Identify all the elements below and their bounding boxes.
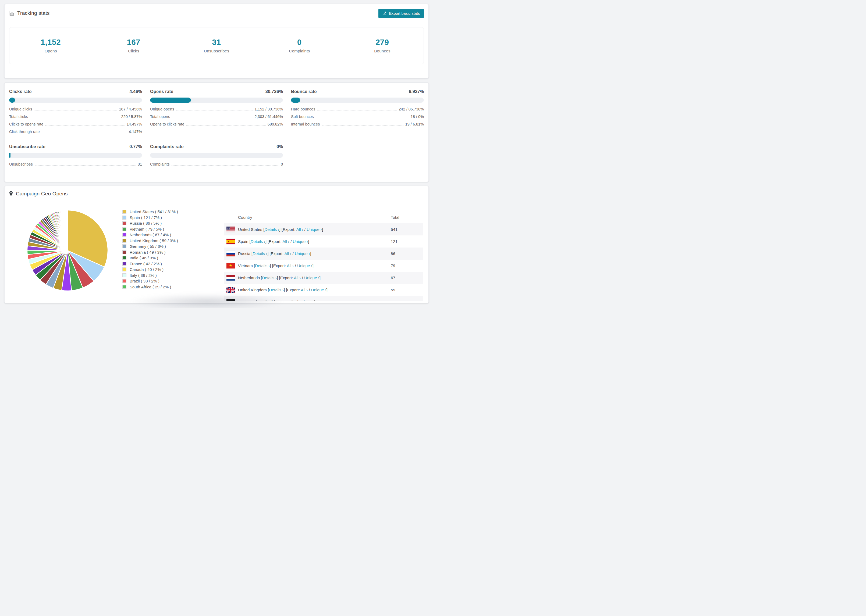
legend-label: Vietnam ( 79 / 5% ) [130, 227, 164, 231]
stat-value: 167 [127, 38, 140, 47]
legend-item-romania[interactable]: Romania ( 49 / 3% ) [122, 250, 178, 255]
stat-value: 279 [375, 38, 389, 47]
rate-head: Clicks rate4.46% [9, 89, 142, 94]
metric-value: 167 / 4.456% [119, 107, 142, 111]
legend-swatch [122, 285, 126, 289]
details-link[interactable]: Details › [269, 288, 284, 292]
country-cell: Vietnam [Details ›] [Export: All › / Uni… [227, 263, 391, 269]
legend-item-south-africa[interactable]: South Africa ( 29 / 2% ) [122, 284, 178, 290]
legend-item-france[interactable]: France ( 42 / 2% ) [122, 261, 178, 267]
flag-ru-icon [227, 251, 235, 256]
details-link[interactable]: Details › [251, 239, 265, 244]
dotted-leader [30, 118, 119, 118]
legend-label: Netherlands ( 67 / 4% ) [130, 233, 171, 237]
details-link[interactable]: Details › [255, 263, 270, 268]
metric-value: 220 / 5.87% [121, 115, 142, 119]
geo-table: Country Total United States [Details ›] … [224, 211, 423, 301]
export-unique-link[interactable]: Unique › [295, 251, 310, 256]
country-name: Russia [238, 251, 250, 256]
legend-item-netherlands[interactable]: Netherlands ( 67 / 4% ) [122, 232, 178, 238]
rate-metrics: Unique clicks167 / 4.456%Total clicks220… [9, 107, 142, 137]
legend-item-canada[interactable]: Canada ( 40 / 2% ) [122, 267, 178, 272]
legend-swatch [122, 273, 126, 277]
export-all-link[interactable]: All › [287, 263, 294, 268]
legend-item-russia[interactable]: Russia ( 86 / 5% ) [122, 220, 178, 226]
rate-title: Clicks rate [9, 89, 31, 94]
metric-label: Total clicks [9, 115, 28, 119]
export-unique-link[interactable]: Unique › [297, 263, 313, 268]
export-prefix: Export: [273, 263, 286, 268]
export-unique-link[interactable]: Unique › [299, 300, 314, 301]
country-cell: Netherlands [Details ›] [Export: All › /… [227, 275, 391, 281]
export-prefix: Export: [269, 239, 282, 244]
legend-item-italy[interactable]: Italy ( 36 / 2% ) [122, 272, 178, 278]
export-unique-link[interactable]: Unique › [307, 227, 322, 232]
stat-card-clicks: 167Clicks [92, 27, 175, 64]
metric-value: 31 [138, 162, 142, 167]
metric-value: 14.497% [127, 122, 142, 126]
country-name: Spain [238, 239, 248, 244]
legend-item-brazil[interactable]: Brazil ( 33 / 2% ) [122, 278, 178, 284]
metric-internal-bounces: Internal bounces19 / 6.81% [291, 122, 424, 130]
export-all-link[interactable]: All › [282, 239, 290, 244]
legend-item-united-kingdom[interactable]: United Kingdom ( 59 / 3% ) [122, 238, 178, 244]
metric-opens-to-clicks-rate: Opens to clicks rate689.82% [150, 122, 283, 130]
legend-item-vietnam[interactable]: Vietnam ( 79 / 5% ) [122, 226, 178, 232]
export-basic-stats-button[interactable]: Export basic stats [378, 9, 424, 18]
export-all-link[interactable]: All › [294, 275, 301, 280]
export-all-link[interactable]: All › [301, 288, 308, 292]
stat-label: Opens [45, 49, 57, 53]
details-link[interactable]: Details › [262, 275, 277, 280]
legend-label: Brazil ( 33 / 2% ) [130, 279, 159, 283]
total-value: 55 [391, 300, 421, 301]
details-link[interactable]: Details › [265, 227, 279, 232]
export-unique-link[interactable]: Unique › [304, 275, 320, 280]
legend-swatch [122, 227, 126, 231]
legend-label: India ( 46 / 3% ) [130, 256, 158, 260]
geo-body: United States ( 541 / 31% )Spain ( 121 /… [5, 201, 428, 303]
country-name: Netherlands [238, 275, 260, 280]
rate-title: Bounce rate [291, 89, 316, 94]
export-unique-link[interactable]: Unique › [293, 239, 308, 244]
details-link[interactable]: Details › [252, 251, 267, 256]
opens-rate-progress-bar [150, 97, 283, 103]
export-all-link[interactable]: All › [288, 300, 296, 301]
country-cell: United Kingdom [Details ›] [Export: All … [227, 287, 391, 293]
metric-value: 242 / 86.738% [398, 107, 424, 111]
country-cell: Germany [Details ›] [Export: All › / Uni… [227, 299, 391, 301]
legend-label: France ( 42 / 2% ) [130, 261, 162, 266]
metric-label: Unique opens [150, 107, 174, 111]
rate-value: 0.77% [129, 144, 142, 149]
metric-label: Click through rate [9, 130, 40, 134]
legend-swatch [122, 244, 126, 248]
details-link[interactable]: Details › [257, 300, 272, 301]
rate-metrics: Unsubscribes31 [9, 162, 142, 170]
legend-label: Canada ( 40 / 2% ) [130, 267, 164, 272]
legend-swatch [122, 262, 126, 266]
legend-item-germany[interactable]: Germany ( 55 / 3% ) [122, 244, 178, 250]
legend-swatch [122, 221, 126, 225]
campaign-geo-opens-card: Campaign Geo Opens United States ( 541 /… [4, 186, 429, 303]
rate-title: Unsubscribe rate [9, 144, 46, 149]
export-all-link[interactable]: All › [285, 251, 291, 256]
metric-click-through-rate: Click through rate4.147% [9, 130, 142, 137]
dotted-leader [172, 118, 252, 118]
legend-swatch [122, 256, 126, 260]
legend-item-spain[interactable]: Spain ( 121 / 7% ) [122, 215, 178, 221]
metric-unique-clicks: Unique clicks167 / 4.456% [9, 107, 142, 115]
column-header-country: Country [227, 215, 391, 220]
stat-label: Unsubscribes [204, 49, 229, 53]
panel-clicks-rate: Clicks rate4.46%Unique clicks167 / 4.456… [9, 89, 142, 137]
export-prefix: Export: [271, 251, 284, 256]
legend-item-united-states[interactable]: United States ( 541 / 31% ) [122, 209, 178, 215]
dotted-leader [322, 125, 403, 126]
export-unique-link[interactable]: Unique › [311, 288, 326, 292]
metric-label: Opens to clicks rate [150, 122, 184, 126]
legend-item-india[interactable]: India ( 46 / 3% ) [122, 255, 178, 261]
bar-chart-icon [9, 11, 14, 16]
rate-head: Opens rate30.736% [150, 89, 283, 94]
metric-label: Soft bounces [291, 115, 314, 119]
rate-metrics: Complaints0 [150, 162, 283, 170]
stat-label: Bounces [374, 49, 390, 53]
export-all-link[interactable]: All › [296, 227, 303, 232]
